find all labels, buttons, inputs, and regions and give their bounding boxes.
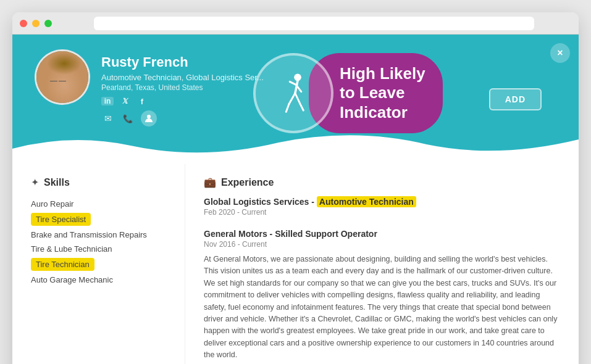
contact-icons: ✉ 📞 (101, 110, 264, 126)
job-separator: - (311, 197, 317, 207)
avatar (35, 49, 90, 105)
title-bar (12, 12, 579, 35)
skill-auto-garage[interactable]: Auto Garage Mechanic (31, 273, 166, 287)
svg-line-3 (290, 81, 297, 85)
email-icon[interactable]: ✉ (101, 112, 115, 125)
job-title-gm: General Motors - Skilled Support Operato… (204, 229, 560, 239)
svg-line-8 (300, 103, 304, 110)
dot-green[interactable] (44, 20, 52, 27)
dot-yellow[interactable] (32, 20, 40, 27)
skills-title: Skills (44, 177, 70, 188)
job-date-gls: Feb 2020 - Current (204, 208, 560, 217)
skill-auro-repair[interactable]: Auro Repair (31, 197, 166, 211)
main-content: ✦ Skills Auro Repair Tire Specialist Bra… (12, 164, 579, 364)
social-icons: in 𝕏 f (101, 97, 264, 105)
leave-indicator: High Likely to Leave Indicator (253, 53, 443, 133)
job-separator-2: - (270, 229, 275, 239)
job-description-gm: At General Motors, we are passionate abo… (204, 254, 560, 361)
svg-line-7 (295, 93, 300, 103)
job-entry-gls: Global Logistics Services - Automotive T… (204, 197, 560, 217)
url-bar (94, 17, 534, 30)
experience-title: Experience (221, 177, 274, 188)
twitter-icon[interactable]: 𝕏 (119, 97, 131, 105)
skills-icon: ✦ (31, 176, 39, 188)
svg-line-5 (289, 93, 295, 104)
profile-name: Rusty French (101, 54, 264, 70)
skill-tire-lube[interactable]: Tire & Lube Technician (31, 242, 166, 256)
experience-panel: 💼 Experience Global Logistics Services -… (185, 164, 579, 364)
add-button[interactable]: ADD (489, 88, 542, 110)
profile-person-icon[interactable] (141, 110, 157, 126)
skill-brake-transmission[interactable]: Brake and Transmission Repairs (31, 228, 166, 242)
profile-job-title: Automotive Technician, Global Logistics … (101, 73, 264, 82)
linkedin-icon[interactable]: in (101, 97, 114, 105)
svg-line-4 (297, 86, 301, 91)
avatar-image (36, 51, 88, 103)
app-window: × Rusty French Automotive Technician, Gl… (12, 12, 579, 364)
close-button[interactable]: × (550, 43, 570, 63)
profile-info: Rusty French Automotive Technician, Glob… (101, 49, 264, 126)
skill-tire-technician[interactable]: Tire Technician (31, 256, 166, 273)
indicator-circle (253, 53, 333, 133)
dot-red[interactable] (20, 20, 27, 27)
svg-line-6 (286, 104, 289, 112)
indicator-text: High Likely to Leave Indicator (340, 64, 425, 122)
svg-point-0 (147, 115, 151, 118)
phone-icon[interactable]: 📞 (121, 112, 135, 125)
walking-person-icon (272, 72, 315, 115)
company-gm: General Motors (204, 229, 267, 239)
skills-section-header: ✦ Skills (31, 176, 166, 188)
profile-location: Pearland, Texas, United States (101, 83, 264, 92)
job-title-gls: Global Logistics Services - Automotive T… (204, 197, 560, 207)
company-gls: Global Logistics Services (204, 197, 309, 207)
skill-tire-specialist[interactable]: Tire Specialist (31, 211, 166, 228)
job-date-gm: Nov 2016 - Current (204, 240, 560, 249)
role-gm: Skilled Support Operator (275, 229, 377, 239)
job-entry-gm: General Motors - Skilled Support Operato… (204, 229, 560, 361)
profile-section: Rusty French Automotive Technician, Glob… (35, 49, 264, 126)
profile-header: × Rusty French Automotive Technician, Gl… (12, 35, 579, 164)
role-gls: Automotive Technician (317, 196, 416, 207)
skills-panel: ✦ Skills Auro Repair Tire Specialist Bra… (12, 164, 185, 364)
experience-section-header: 💼 Experience (204, 176, 560, 188)
facebook-icon[interactable]: f (136, 97, 148, 105)
experience-icon: 💼 (204, 176, 216, 188)
